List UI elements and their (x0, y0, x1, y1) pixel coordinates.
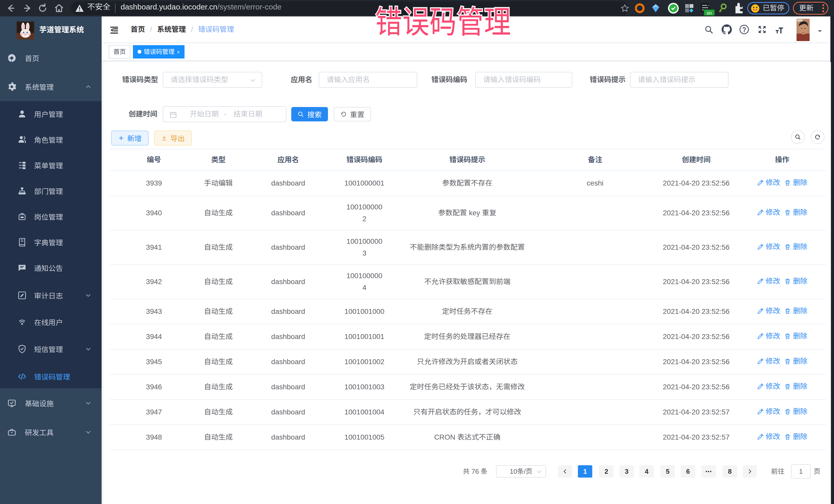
svg-text:错误码管理: 错误码管理 (375, 5, 511, 40)
